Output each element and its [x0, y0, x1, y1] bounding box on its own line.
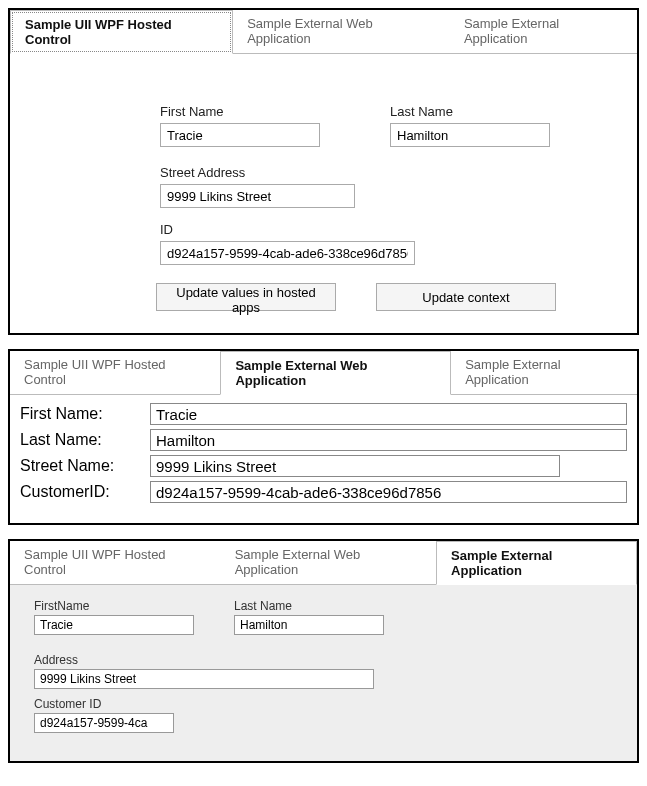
- wpf-form-body: First Name Last Name Street Address ID U…: [10, 54, 637, 333]
- tab-ext[interactable]: Sample External Application: [451, 351, 637, 394]
- customer-id-input[interactable]: [150, 481, 627, 503]
- tab-wpf[interactable]: Sample UII WPF Hosted Control: [10, 541, 221, 584]
- first-name-label: First Name:: [20, 405, 150, 423]
- panel-wpf-hosted-control: Sample UII WPF Hosted Control Sample Ext…: [8, 8, 639, 335]
- customer-id-label: CustomerID:: [20, 483, 150, 501]
- last-name-field: Last Name: [234, 599, 384, 635]
- update-hosted-apps-button[interactable]: Update values in hosted apps: [156, 283, 336, 311]
- id-field: ID: [160, 222, 597, 265]
- last-name-field: Last Name: [390, 104, 550, 147]
- tab-web[interactable]: Sample External Web Application: [220, 351, 451, 395]
- tab-strip-1: Sample UII WPF Hosted Control Sample Ext…: [10, 10, 637, 54]
- customer-id-input[interactable]: [34, 713, 174, 733]
- street-field: Street Address: [160, 165, 597, 208]
- first-name-field: First Name: [160, 104, 320, 147]
- last-name-input[interactable]: [234, 615, 384, 635]
- tab-web[interactable]: Sample External Web Application: [221, 541, 436, 584]
- first-name-label: First Name: [160, 104, 320, 119]
- last-name-label: Last Name:: [20, 431, 150, 449]
- address-label: Address: [34, 653, 619, 667]
- address-field: Address: [34, 653, 619, 689]
- last-name-label: Last Name: [390, 104, 550, 119]
- last-name-label: Last Name: [234, 599, 384, 613]
- street-name-label: Street Name:: [20, 457, 150, 475]
- panel-external-web-app: Sample UII WPF Hosted Control Sample Ext…: [8, 349, 639, 525]
- tab-ext[interactable]: Sample External Application: [450, 10, 637, 53]
- ext-form-body: FirstName Last Name Address Customer ID: [10, 585, 637, 761]
- first-name-label: FirstName: [34, 599, 194, 613]
- street-label: Street Address: [160, 165, 597, 180]
- tab-web[interactable]: Sample External Web Application: [233, 10, 450, 53]
- tab-ext[interactable]: Sample External Application: [436, 541, 637, 585]
- id-label: ID: [160, 222, 597, 237]
- tab-wpf[interactable]: Sample UII WPF Hosted Control: [10, 351, 220, 394]
- street-name-input[interactable]: [150, 455, 560, 477]
- address-input[interactable]: [34, 669, 374, 689]
- first-name-input[interactable]: [160, 123, 320, 147]
- panel-external-app: Sample UII WPF Hosted Control Sample Ext…: [8, 539, 639, 763]
- web-form-body: First Name: Last Name: Street Name: Cust…: [10, 395, 637, 523]
- customer-id-field: Customer ID: [34, 697, 619, 733]
- first-name-field: FirstName: [34, 599, 194, 635]
- tab-wpf[interactable]: Sample UII WPF Hosted Control: [10, 10, 233, 54]
- customer-id-label: Customer ID: [34, 697, 619, 711]
- first-name-input[interactable]: [34, 615, 194, 635]
- update-context-button[interactable]: Update context: [376, 283, 556, 311]
- tab-strip-2: Sample UII WPF Hosted Control Sample Ext…: [10, 351, 637, 395]
- last-name-input[interactable]: [390, 123, 550, 147]
- last-name-input[interactable]: [150, 429, 627, 451]
- first-name-input[interactable]: [150, 403, 627, 425]
- id-input[interactable]: [160, 241, 415, 265]
- tab-strip-3: Sample UII WPF Hosted Control Sample Ext…: [10, 541, 637, 585]
- street-input[interactable]: [160, 184, 355, 208]
